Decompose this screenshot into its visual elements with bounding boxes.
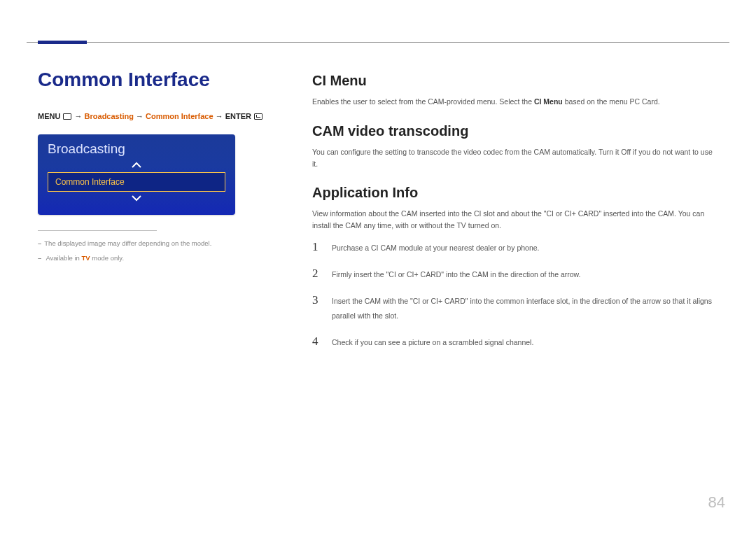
page-title: Common Interface (38, 69, 276, 91)
menu-path: MENU → Broadcasting → Common Interface →… (38, 112, 276, 120)
step-row: 3 Insert the CAM with the "CI or CI+ CAR… (312, 293, 718, 323)
step-text: Purchase a CI CAM module at your nearest… (332, 241, 540, 255)
footnote-1: The displayed image may differ depending… (38, 239, 276, 247)
step-number: 3 (312, 293, 322, 307)
menu-button-icon (63, 113, 71, 120)
step-row: 2 Firmly insert the "CI or CI+ CARD" int… (312, 267, 718, 282)
step-number: 4 (312, 335, 322, 349)
step-text: Check if you can see a picture on a scra… (332, 335, 533, 350)
step-row: 4 Check if you can see a picture on a sc… (312, 335, 718, 350)
menu-path-common-interface: Common Interface (146, 112, 214, 120)
left-column: Common Interface MENU → Broadcasting → C… (38, 69, 276, 361)
tab-indicator (38, 41, 87, 44)
page-number: 84 (708, 493, 725, 512)
page-body: Common Interface MENU → Broadcasting → C… (38, 69, 718, 361)
section-ci-menu-body: Enables the user to select from the CAM-… (312, 96, 718, 108)
enter-label: ENTER (225, 112, 251, 120)
arrow-sep: → (75, 112, 85, 120)
ci-menu-body-post: based on the menu PC Card. (563, 97, 660, 106)
footnote-2-post: mode only. (90, 254, 124, 262)
section-app-info-title: Application Info (312, 185, 718, 201)
footnote-2: Available in TV mode only. (38, 254, 276, 262)
enter-button-icon (254, 113, 262, 120)
osd-panel: Broadcasting Common Interface (38, 134, 235, 215)
step-text: Firmly insert the "CI or CI+ CARD" into … (332, 267, 581, 282)
footnote-divider (38, 230, 157, 231)
section-cam-video-title: CAM video transcoding (312, 123, 718, 139)
osd-panel-title: Broadcasting (48, 141, 225, 157)
step-number: 1 (312, 240, 322, 254)
steps-list: 1 Purchase a CI CAM module at your neare… (312, 240, 718, 350)
step-row: 1 Purchase a CI CAM module at your neare… (312, 240, 718, 255)
step-number: 2 (312, 267, 322, 281)
footnote-2-pre: Available in (46, 254, 81, 262)
ci-menu-body-pre: Enables the user to select from the CAM-… (312, 97, 534, 106)
arrow-sep: → (216, 112, 225, 120)
section-cam-video-body: You can configure the setting to transco… (312, 146, 718, 170)
arrow-sep: → (136, 112, 146, 120)
chevron-up-icon (48, 160, 225, 171)
section-app-info-body: View information about the CAM inserted … (312, 208, 718, 232)
chevron-down-icon (48, 193, 225, 204)
ci-menu-body-strong: CI Menu (534, 97, 563, 106)
menu-path-broadcasting: Broadcasting (85, 112, 134, 120)
footnote-2-accent: TV (81, 254, 90, 262)
right-column: CI Menu Enables the user to select from … (312, 69, 718, 361)
header-rule (27, 42, 729, 49)
section-ci-menu-title: CI Menu (312, 73, 718, 89)
osd-selected-item: Common Interface (48, 172, 225, 192)
step-text: Insert the CAM with the "CI or CI+ CARD"… (332, 294, 718, 323)
menu-label: MENU (38, 112, 60, 120)
